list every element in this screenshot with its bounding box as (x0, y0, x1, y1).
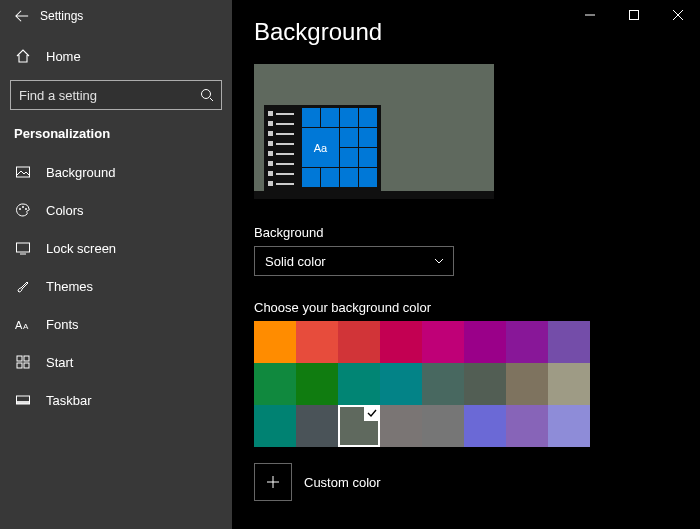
svg-rect-5 (17, 243, 30, 252)
start-grid-icon (14, 354, 32, 370)
color-swatch[interactable] (548, 363, 590, 405)
nav-item-background[interactable]: Background (0, 153, 232, 191)
color-swatch[interactable] (464, 321, 506, 363)
section-header: Personalization (0, 120, 232, 153)
nav-item-start[interactable]: Start (0, 343, 232, 381)
search-icon (199, 87, 215, 103)
select-value: Solid color (265, 254, 326, 269)
color-swatch-grid (254, 321, 590, 447)
content-pane: Background Aa (232, 0, 700, 529)
minimize-button[interactable] (568, 0, 612, 30)
color-swatch[interactable] (548, 321, 590, 363)
color-swatch[interactable] (506, 363, 548, 405)
color-swatch[interactable] (254, 363, 296, 405)
nav-label: Themes (46, 279, 93, 294)
color-swatch[interactable] (296, 363, 338, 405)
nav-item-lock-screen[interactable]: Lock screen (0, 229, 232, 267)
window-title: Settings (40, 9, 83, 23)
color-swatch[interactable] (254, 405, 296, 447)
dropdown-label: Background (254, 225, 678, 240)
settings-sidebar: Settings Home Personalization Background… (0, 0, 232, 529)
desktop-preview: Aa (254, 64, 494, 199)
color-swatch[interactable] (506, 405, 548, 447)
nav-label: Background (46, 165, 115, 180)
close-button[interactable] (656, 0, 700, 30)
color-swatch[interactable] (254, 321, 296, 363)
svg-point-3 (22, 206, 24, 208)
svg-point-0 (202, 90, 211, 99)
nav-item-fonts[interactable]: AA Fonts (0, 305, 232, 343)
svg-rect-9 (24, 356, 29, 361)
svg-text:A: A (15, 319, 23, 331)
swatch-label: Choose your background color (254, 300, 678, 315)
nav-item-colors[interactable]: Colors (0, 191, 232, 229)
close-icon (673, 10, 683, 20)
custom-color-row[interactable]: Custom color (254, 463, 678, 501)
font-icon: AA (14, 317, 32, 331)
svg-point-2 (19, 208, 21, 210)
color-swatch[interactable] (548, 405, 590, 447)
home-nav[interactable]: Home (0, 38, 232, 74)
nav-label: Start (46, 355, 73, 370)
color-swatch[interactable] (464, 405, 506, 447)
chevron-down-icon (433, 255, 445, 267)
color-swatch[interactable] (296, 405, 338, 447)
nav-item-themes[interactable]: Themes (0, 267, 232, 305)
svg-rect-8 (17, 356, 22, 361)
picture-icon (14, 164, 32, 180)
color-swatch[interactable] (422, 321, 464, 363)
back-button[interactable] (6, 0, 38, 32)
window-controls (568, 0, 700, 30)
svg-text:A: A (23, 322, 29, 331)
monitor-icon (14, 240, 32, 256)
nav-label: Taskbar (46, 393, 92, 408)
home-icon (14, 48, 32, 64)
nav-label: Lock screen (46, 241, 116, 256)
svg-rect-13 (17, 401, 30, 404)
search-box[interactable] (10, 80, 222, 110)
svg-rect-14 (630, 11, 639, 20)
minimize-icon (585, 10, 595, 20)
background-type-select[interactable]: Solid color (254, 246, 454, 276)
nav-list: Background Colors Lock screen Themes AA … (0, 153, 232, 419)
color-swatch[interactable] (338, 405, 380, 447)
maximize-button[interactable] (612, 0, 656, 30)
svg-point-4 (25, 208, 27, 210)
nav-label: Colors (46, 203, 84, 218)
brush-icon (14, 278, 32, 294)
nav-label: Fonts (46, 317, 79, 332)
plus-icon (254, 463, 292, 501)
color-swatch[interactable] (464, 363, 506, 405)
preview-sample-text: Aa (302, 128, 339, 167)
color-swatch[interactable] (380, 321, 422, 363)
svg-rect-1 (17, 167, 30, 177)
search-input[interactable] (19, 88, 191, 103)
check-icon (364, 405, 380, 421)
home-label: Home (46, 49, 81, 64)
titlebar: Settings (0, 0, 232, 32)
color-swatch[interactable] (338, 321, 380, 363)
preview-start-menu: Aa (264, 105, 381, 191)
custom-color-label: Custom color (304, 475, 381, 490)
color-swatch[interactable] (422, 405, 464, 447)
color-swatch[interactable] (380, 363, 422, 405)
arrow-left-icon (15, 9, 29, 23)
svg-rect-10 (17, 363, 22, 368)
color-swatch[interactable] (338, 363, 380, 405)
palette-icon (14, 202, 32, 218)
color-swatch[interactable] (296, 321, 338, 363)
color-swatch[interactable] (506, 321, 548, 363)
color-swatch[interactable] (380, 405, 422, 447)
taskbar-icon (14, 392, 32, 408)
color-swatch[interactable] (422, 363, 464, 405)
svg-rect-11 (24, 363, 29, 368)
maximize-icon (629, 10, 639, 20)
nav-item-taskbar[interactable]: Taskbar (0, 381, 232, 419)
